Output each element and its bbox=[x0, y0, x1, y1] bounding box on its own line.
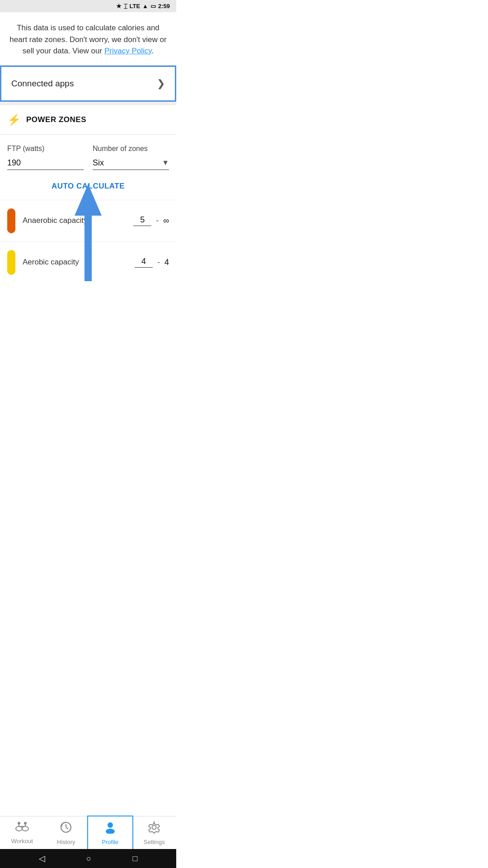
section-separator bbox=[0, 102, 176, 105]
clock: 2:59 bbox=[158, 3, 170, 9]
home-button[interactable]: ○ bbox=[86, 854, 91, 863]
power-zones-title: POWER ZONES bbox=[26, 115, 86, 124]
connected-apps-row[interactable]: Connected apps ❯ bbox=[0, 66, 176, 102]
anaerobic-start[interactable]: 5 bbox=[133, 215, 151, 226]
ftp-input[interactable] bbox=[7, 158, 84, 170]
zone-row-aerobic: Aerobic capacity 4 - 4 bbox=[0, 241, 176, 283]
aerobic-values: 4 - 4 bbox=[135, 257, 169, 268]
settings-icon bbox=[148, 821, 160, 837]
svg-point-14 bbox=[106, 829, 115, 834]
nav-history[interactable]: History bbox=[44, 816, 89, 849]
anaerobic-values: 5 - ∞ bbox=[133, 215, 169, 226]
bolt-icon: ⚡ bbox=[7, 113, 21, 126]
info-suffix: . bbox=[151, 47, 154, 55]
history-icon bbox=[60, 821, 72, 837]
anaerobic-label: Anaerobic capacity bbox=[23, 216, 126, 225]
zone-row-anaerobic: Anaerobic capacity 5 - ∞ bbox=[0, 200, 176, 241]
history-label: History bbox=[57, 839, 75, 845]
aerobic-color-pill bbox=[7, 250, 15, 275]
status-icons: ★ ⌶ LTE ▲ ▭ 2:59 bbox=[116, 3, 170, 9]
info-text: This data is used to calculate calories … bbox=[0, 12, 176, 65]
profile-label: Profile bbox=[102, 839, 118, 845]
zones-count-column: Number of zones Six ▼ bbox=[93, 145, 169, 170]
svg-point-4 bbox=[16, 826, 22, 831]
aerobic-start[interactable]: 4 bbox=[135, 257, 153, 268]
dropdown-arrow-icon: ▼ bbox=[162, 159, 169, 167]
android-nav-bar: ◁ ○ □ bbox=[0, 849, 176, 868]
zones-dropdown[interactable]: Six ▼ bbox=[93, 158, 169, 170]
zones-count-label: Number of zones bbox=[93, 145, 169, 153]
battery-icon: ▭ bbox=[150, 3, 156, 9]
back-button[interactable]: ◁ bbox=[39, 854, 45, 863]
aerobic-label: Aerobic capacity bbox=[23, 258, 127, 267]
anaerobic-color-pill bbox=[7, 208, 15, 233]
bottom-navigation: Workout History Profile bbox=[0, 816, 176, 849]
auto-calculate-button[interactable]: AUTO CALCULATE bbox=[0, 170, 176, 200]
zone-dash-1: - bbox=[156, 216, 159, 226]
bluetooth-icon: ★ bbox=[116, 3, 122, 9]
main-content: This data is used to calculate calories … bbox=[0, 12, 176, 342]
connected-apps-label: Connected apps bbox=[11, 79, 74, 89]
workout-label: Workout bbox=[11, 838, 33, 844]
vibrate-icon: ⌶ bbox=[124, 3, 127, 9]
signal-icon: ▲ bbox=[142, 3, 148, 9]
profile-icon bbox=[104, 821, 117, 837]
privacy-policy-link[interactable]: Privacy Policy bbox=[104, 47, 152, 55]
nav-settings[interactable]: Settings bbox=[132, 816, 177, 849]
nav-profile[interactable]: Profile bbox=[87, 816, 133, 850]
ftp-zones-row: FTP (watts) Number of zones Six ▼ bbox=[0, 135, 176, 170]
lte-label: LTE bbox=[130, 3, 141, 9]
aerobic-end: 4 bbox=[164, 258, 169, 267]
chevron-right-icon: ❯ bbox=[157, 78, 165, 90]
anaerobic-end: ∞ bbox=[163, 216, 169, 226]
svg-point-13 bbox=[108, 822, 113, 828]
nav-workout[interactable]: Workout bbox=[0, 816, 44, 849]
power-zones-header: ⚡ POWER ZONES bbox=[0, 105, 176, 135]
status-bar: ★ ⌶ LTE ▲ ▭ 2:59 bbox=[0, 0, 176, 12]
settings-label: Settings bbox=[144, 839, 165, 845]
svg-line-11 bbox=[66, 827, 68, 829]
svg-point-15 bbox=[152, 826, 156, 830]
zones-value: Six bbox=[93, 158, 104, 168]
workout-icon bbox=[15, 821, 29, 836]
zone-dash-2: - bbox=[157, 258, 160, 267]
ftp-label: FTP (watts) bbox=[7, 145, 84, 153]
ftp-column: FTP (watts) bbox=[7, 145, 84, 170]
recents-button[interactable]: □ bbox=[132, 854, 137, 863]
svg-point-5 bbox=[22, 826, 28, 831]
